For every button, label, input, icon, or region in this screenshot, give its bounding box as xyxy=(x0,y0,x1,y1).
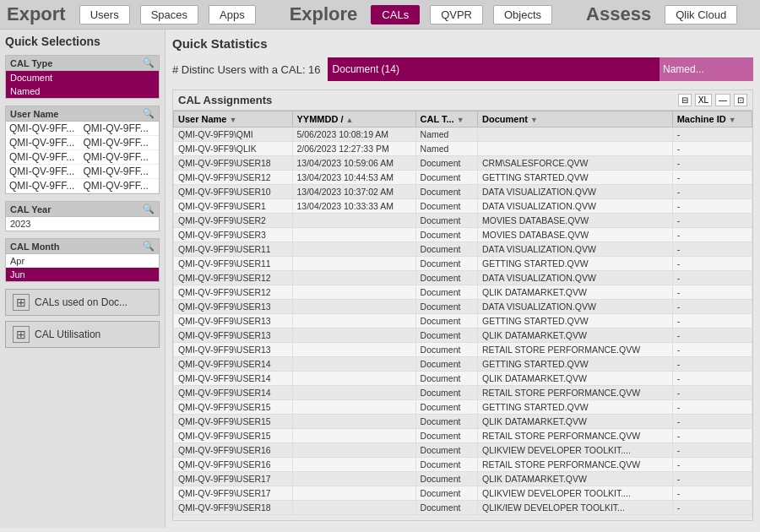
table-ctrl-minimize-button[interactable]: — xyxy=(715,94,730,106)
stats-bar-document: Document (14) xyxy=(328,57,660,81)
table-cell-12-2: Document xyxy=(415,300,477,314)
table-row[interactable]: QMI-QV-9FF9\USER1213/04/2023 10:44:53 AM… xyxy=(174,171,752,185)
nav-qvpr-button[interactable]: QVPR xyxy=(430,5,483,24)
table-cell-13-3: GETTING STARTED.QVW xyxy=(478,314,673,328)
table-row[interactable]: QMI-QV-9FF9\USER1813/04/2023 10:59:06 AM… xyxy=(174,156,752,171)
table-cell-25-4: - xyxy=(672,486,752,501)
table-cell-24-4: - xyxy=(672,472,752,486)
table-cell-6-2: Document xyxy=(415,214,477,228)
table-row[interactable]: QMI-QV-9FF9\USER13DocumentQLIK DATAMARKE… xyxy=(174,328,752,343)
table-cell-5-3: DATA VISUALIZATION.QVW xyxy=(478,199,673,214)
table-row[interactable]: QMI-QV-9FF9\USER16DocumentQLIKVIEW DEVEL… xyxy=(174,443,752,458)
stats-bar: Document (14) Named... xyxy=(328,57,753,81)
cal-year-search-icon[interactable]: 🔍 xyxy=(143,204,155,214)
cals-used-on-doc-button[interactable]: ⊞ CALs used on Doc... xyxy=(5,289,160,316)
user-row-1[interactable]: QMI-QV-9FF... QMI-QV-9FF... xyxy=(6,122,159,136)
table-row[interactable]: QMI-QV-9FF9\USER13DocumentRETAIL STORE P… xyxy=(174,343,752,357)
table-row[interactable]: QMI-QV-9FF9\USER11DocumentGETTING STARTE… xyxy=(174,257,752,271)
user-row-2[interactable]: QMI-QV-9FF... QMI-QV-9FF... xyxy=(6,136,159,150)
table-cell-3-1: 13/04/2023 10:44:53 AM xyxy=(292,171,415,185)
table-cell-20-4: - xyxy=(672,415,752,429)
table-row[interactable]: QMI-QV-9FF9\USER14DocumentQLIK DATAMARKE… xyxy=(174,372,752,386)
table-row[interactable]: QMI-QV-9FF9\USER2DocumentMOVIES DATABASE… xyxy=(174,214,752,228)
cal-month-jun[interactable]: Jun xyxy=(6,268,159,281)
explore-title: Explore xyxy=(290,3,358,25)
cal-month-apr[interactable]: Apr xyxy=(6,254,159,268)
user-cell-3a: QMI-QV-9FF... xyxy=(9,151,82,163)
table-header-row: User Name ▼ YYMMDD / ▲ CAL T... ▼ Docume… xyxy=(174,111,752,128)
table-row[interactable]: QMI-QV-9FF9\USER12DocumentDATA VISUALIZA… xyxy=(174,271,752,285)
table-row[interactable]: QMI-QV-9FF9\USER11DocumentDATA VISUALIZA… xyxy=(174,242,752,257)
nav-spaces-button[interactable]: Spaces xyxy=(140,5,198,24)
nav-objects-button[interactable]: Objects xyxy=(493,5,552,24)
cal-utilisation-button[interactable]: ⊞ CAL Utilisation xyxy=(5,321,160,348)
table-cell-10-2: Document xyxy=(415,271,477,285)
table-cell-10-1 xyxy=(292,271,415,285)
nav-apps-button[interactable]: Apps xyxy=(209,5,256,24)
table-cell-10-0: QMI-QV-9FF9\USER12 xyxy=(174,271,293,285)
table-cell-19-0: QMI-QV-9FF9\USER15 xyxy=(174,400,293,415)
col-yymmdd[interactable]: YYMMDD / ▲ xyxy=(292,111,415,128)
table-row[interactable]: QMI-QV-9FF9\USER15DocumentRETAIL STORE P… xyxy=(174,429,752,443)
table-row[interactable]: QMI-QV-9FF9\USER16DocumentRETAIL STORE P… xyxy=(174,458,752,472)
table-cell-0-3 xyxy=(478,128,673,142)
user-row-5[interactable]: QMI-QV-9FF... QMI-QV-9FF... xyxy=(6,179,159,193)
table-cell-3-0: QMI-QV-9FF9\USER12 xyxy=(174,171,293,185)
table-cell-3-4: - xyxy=(672,171,752,185)
cal-month-search-icon[interactable]: 🔍 xyxy=(143,241,155,252)
table-row[interactable]: QMI-QV-9FF9\USER1013/04/2023 10:37:02 AM… xyxy=(174,185,752,199)
table-row[interactable]: QMI-QV-9FF9\QMI5/06/2023 10:08:19 AMName… xyxy=(174,128,752,142)
cal-year-filter-header: CAL Year 🔍 xyxy=(6,202,159,217)
table-cell-13-1 xyxy=(292,314,415,328)
table-row[interactable]: QMI-QV-9FF9\QLIK2/06/2023 12:27:33 PMNam… xyxy=(174,142,752,156)
table-row[interactable]: QMI-QV-9FF9\USER14DocumentRETAIL STORE P… xyxy=(174,386,752,400)
table-row[interactable]: QMI-QV-9FF9\USER13DocumentGETTING STARTE… xyxy=(174,314,752,328)
user-row-3[interactable]: QMI-QV-9FF... QMI-QV-9FF... xyxy=(6,150,159,165)
table-ctrl-grid-icon[interactable]: ⊟ xyxy=(678,94,692,106)
nav-users-button[interactable]: Users xyxy=(79,5,130,24)
table-row[interactable]: QMI-QV-9FF9\USER3DocumentMOVIES DATABASE… xyxy=(174,228,752,242)
assignments-table-wrap[interactable]: User Name ▼ YYMMDD / ▲ CAL T... ▼ Docume… xyxy=(172,110,753,521)
table-row[interactable]: QMI-QV-9FF9\USER17DocumentQLIKVIEW DEVEL… xyxy=(174,486,752,501)
cal-year-2023[interactable]: 2023 xyxy=(6,217,159,231)
col-machine-id[interactable]: Machine ID ▼ xyxy=(672,111,752,128)
col-document[interactable]: Document ▼ xyxy=(478,111,673,128)
table-row[interactable]: QMI-QV-9FF9\USER13DocumentDATA VISUALIZA… xyxy=(174,300,752,314)
user-cell-1b: QMI-QV-9FF... xyxy=(84,122,156,134)
quick-statistics-title: Quick Statistics xyxy=(172,36,753,51)
table-cell-1-4: - xyxy=(672,142,752,156)
table-cell-2-1: 13/04/2023 10:59:06 AM xyxy=(292,156,415,171)
cal-type-document[interactable]: Document xyxy=(6,71,159,84)
table-row[interactable]: QMI-QV-9FF9\USER15DocumentQLIK DATAMARKE… xyxy=(174,415,752,429)
user-row-4[interactable]: QMI-QV-9FF... QMI-QV-9FF... xyxy=(6,165,159,179)
table-cell-20-3: QLIK DATAMARKET.QVW xyxy=(478,415,673,429)
table-cell-19-3: GETTING STARTED.QVW xyxy=(478,400,673,415)
table-cell-7-0: QMI-QV-9FF9\USER3 xyxy=(174,228,293,242)
table-cell-2-3: CRM\SALESFORCE.QVW xyxy=(478,156,673,171)
nav-cals-button[interactable]: CALs xyxy=(371,5,420,24)
cal-month-filter: CAL Month 🔍 Apr Jun xyxy=(5,238,160,282)
table-row[interactable]: QMI-QV-9FF9\USER18DocumentQLIK/IEW DEVEL… xyxy=(174,501,752,515)
table-row[interactable]: QMI-QV-9FF9\USER14DocumentGETTING STARTE… xyxy=(174,357,752,372)
table-cell-21-4: - xyxy=(672,429,752,443)
nav-qlik-cloud-button[interactable]: Qlik Cloud xyxy=(665,5,737,24)
table-cell-24-3: QLIK DATAMARKET.QVW xyxy=(478,472,673,486)
table-row[interactable]: QMI-QV-9FF9\USER17DocumentQLIK DATAMARKE… xyxy=(174,472,752,486)
table-cell-15-4: - xyxy=(672,343,752,357)
main-layout: Quick Selections CAL Type 🔍 Document Nam… xyxy=(0,30,760,528)
cal-type-named[interactable]: Named xyxy=(6,84,159,98)
table-row[interactable]: QMI-QV-9FF9\USER12DocumentQLIK DATAMARKE… xyxy=(174,285,752,300)
user-name-search-icon[interactable]: 🔍 xyxy=(143,108,155,119)
table-cell-23-1 xyxy=(292,458,415,472)
table-cell-4-4: - xyxy=(672,185,752,199)
table-row[interactable]: QMI-QV-9FF9\USER113/04/2023 10:33:33 AMD… xyxy=(174,199,752,214)
table-cell-16-1 xyxy=(292,357,415,372)
table-ctrl-expand-button[interactable]: ⊡ xyxy=(734,94,747,106)
table-row[interactable]: QMI-QV-9FF9\USER15DocumentGETTING STARTE… xyxy=(174,400,752,415)
table-cell-0-0: QMI-QV-9FF9\QMI xyxy=(174,128,293,142)
table-ctrl-xl-button[interactable]: XL xyxy=(695,94,712,106)
col-user-name[interactable]: User Name ▼ xyxy=(174,111,293,128)
cal-type-search-icon[interactable]: 🔍 xyxy=(143,57,155,68)
col-cal-type[interactable]: CAL T... ▼ xyxy=(415,111,477,128)
table-cell-4-3: DATA VISUALIZATION.QVW xyxy=(478,185,673,199)
